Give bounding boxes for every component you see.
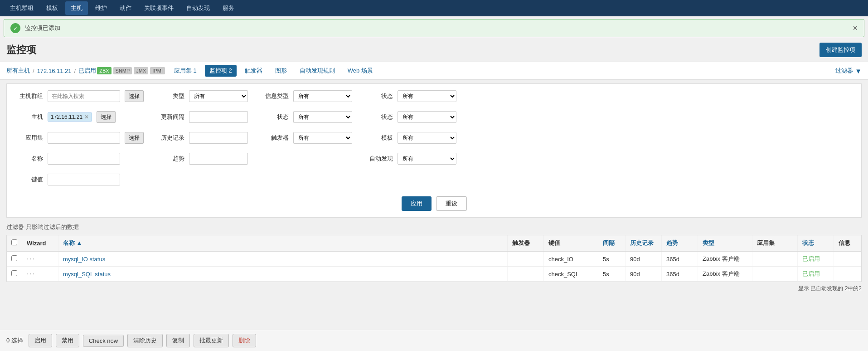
page-header: 监控项 创建监控项: [0, 40, 868, 62]
filter-app-set-input[interactable]: [48, 132, 120, 144]
table-header-name[interactable]: 名称 ▲: [58, 235, 508, 251]
create-item-button[interactable]: 创建监控项: [820, 43, 862, 57]
row1-trigger: [508, 251, 544, 267]
table-header-key: 键值: [544, 235, 598, 251]
table-header-trend[interactable]: 趋势: [662, 235, 698, 251]
breadcrumb-enabled[interactable]: 已启用: [78, 67, 96, 75]
nav-services[interactable]: 服务: [217, 1, 240, 15]
row1-name-link[interactable]: mysql_IO status: [63, 256, 105, 263]
filter-row-app-set: 应用集 选择: [16, 132, 144, 144]
filter-row-trend: 趋势: [157, 153, 248, 165]
filter-auto-discovery-label: 自动发现: [366, 155, 393, 163]
nav-actions[interactable]: 动作: [114, 1, 137, 15]
filter-row-update-interval: 更新间隔: [157, 111, 248, 123]
table-header-app: 应用集: [752, 235, 798, 251]
filter-status1-select[interactable]: 所有: [398, 90, 456, 102]
top-navigation: 主机群组 模板 主机 维护 动作 关联项事件 自动发现 服务: [0, 0, 868, 16]
filter-row-auto-discovery: 自动发现 所有: [366, 153, 456, 165]
table-header-row: Wizard 名称 ▲ 触发器 键值 间隔 历史记录 趋势 类型 应用集 状态 …: [7, 235, 861, 251]
filter-key-label: 键值: [16, 176, 43, 184]
row2-info: [834, 267, 861, 282]
table-summary: 显示 已自动发现的 2中的2: [0, 282, 868, 295]
filter-row-status2: 状态 所有: [262, 111, 352, 123]
filter-history-input[interactable]: [189, 132, 248, 144]
filter-host-group-input[interactable]: [48, 90, 120, 102]
row1-key: check_IO: [544, 251, 598, 267]
row1-info: [834, 251, 861, 267]
tab-graphs[interactable]: 图形: [271, 65, 291, 77]
row2-history: 90d: [626, 267, 662, 282]
table-header-interval[interactable]: 间隔: [598, 235, 626, 251]
filter-trigger-select[interactable]: 所有: [293, 132, 352, 144]
row1-app: [752, 251, 798, 267]
nav-hosts[interactable]: 主机: [65, 1, 88, 15]
row2-trend: 365d: [662, 267, 698, 282]
select-all-checkbox[interactable]: [11, 239, 17, 245]
filter-update-interval-input[interactable]: [189, 111, 248, 123]
row2-dots-icon[interactable]: ···: [27, 270, 35, 278]
tab-web-scenarios[interactable]: Web 场景: [343, 65, 378, 77]
breadcrumb-sep1: /: [33, 68, 34, 74]
breadcrumb-all-hosts[interactable]: 所有主机: [6, 67, 30, 75]
notification-bar: ✓ 监控项已添加 ×: [4, 19, 864, 37]
filter-apply-button[interactable]: 应用: [402, 196, 432, 211]
check-icon: ✓: [10, 23, 20, 33]
tab-triggers[interactable]: 触发器: [240, 65, 267, 77]
filter-reset-button[interactable]: 重设: [436, 196, 467, 211]
filter-host-group-label: 主机群组: [16, 92, 43, 100]
filter-host-group-select-button[interactable]: 选择: [125, 90, 144, 102]
tag-snmp: SNMP: [113, 67, 132, 74]
row1-dots-icon[interactable]: ···: [27, 255, 35, 263]
nav-templates[interactable]: 模板: [41, 1, 63, 15]
row2-interval: 5s: [598, 267, 626, 282]
filter-key-input[interactable]: [48, 174, 120, 185]
row1-checkbox-cell: [7, 251, 22, 267]
tab-discovery-rules[interactable]: 自动发现规则: [295, 65, 339, 77]
tab-items[interactable]: 监控项 2: [205, 65, 237, 77]
filter-info-type-select[interactable]: 所有: [293, 90, 352, 102]
filter-template-label: 模板: [366, 134, 393, 142]
filter-auto-discovery-select[interactable]: 所有: [398, 153, 456, 165]
filter-template-select[interactable]: 所有: [398, 132, 456, 144]
filter-name-input[interactable]: [48, 153, 120, 165]
table-header-type[interactable]: 类型: [698, 235, 752, 251]
filter-toggle-button[interactable]: 过滤器 ▼: [835, 67, 862, 75]
filter-type-select[interactable]: 所有: [189, 90, 248, 102]
filter-trend-input[interactable]: [189, 153, 248, 165]
tab-app-sets[interactable]: 应用集 1: [170, 65, 201, 77]
filter-col-1: 主机群组 选择 主机 172.16.11.21 ✕ 选择 应用集 选择 名称: [16, 90, 144, 190]
row1-type: Zabbix 客户端: [698, 251, 752, 267]
nav-event-correlation[interactable]: 关联项事件: [139, 1, 179, 15]
filter-col-4: 状态 所有 状态 所有 模板 所有 自动发现 所有: [366, 90, 456, 190]
tag-zbx: ZBX: [97, 67, 111, 74]
nav-host-groups[interactable]: 主机群组: [5, 1, 39, 15]
filter-row-info-type: 信息类型 所有: [262, 90, 352, 102]
table-header-status[interactable]: 状态: [798, 235, 834, 251]
filter-status3-select[interactable]: 所有: [398, 111, 456, 123]
filter-label: 过滤器: [835, 67, 853, 75]
filter-trigger-label: 触发器: [262, 134, 289, 142]
filter-app-set-select-button[interactable]: 选择: [125, 132, 144, 144]
row2-checkbox[interactable]: [11, 270, 17, 276]
table-header-trigger: 触发器: [508, 235, 544, 251]
nav-auto-discovery[interactable]: 自动发现: [181, 1, 215, 15]
filter-trend-label: 趋势: [157, 155, 184, 163]
filter-host-remove-button[interactable]: ✕: [84, 114, 89, 120]
breadcrumb-host[interactable]: 172.16.11.21: [37, 68, 72, 74]
table-row: ··· mysql_IO status check_IO 5s 90d 365d…: [7, 251, 861, 267]
row2-type: Zabbix 客户端: [698, 267, 752, 282]
filter-status2-label: 状态: [262, 113, 289, 121]
filter-host-select-button[interactable]: 选择: [97, 111, 116, 123]
close-notification-button[interactable]: ×: [853, 24, 858, 32]
row2-key: check_SQL: [544, 267, 598, 282]
table-row: ··· mysql_SQL status check_SQL 5s 90d 36…: [7, 267, 861, 282]
row2-name-link[interactable]: mysql_SQL status: [63, 271, 111, 278]
nav-maintenance[interactable]: 维护: [90, 1, 112, 15]
filter-info-type-label: 信息类型: [262, 92, 289, 100]
filter-status2-select[interactable]: 所有: [293, 111, 352, 123]
row2-status: 已启用: [798, 267, 834, 282]
table-header-history[interactable]: 历史记录: [626, 235, 662, 251]
filter-row-key: 键值: [16, 174, 144, 185]
tag-jmx: JMX: [134, 67, 148, 74]
row1-checkbox[interactable]: [11, 255, 17, 261]
